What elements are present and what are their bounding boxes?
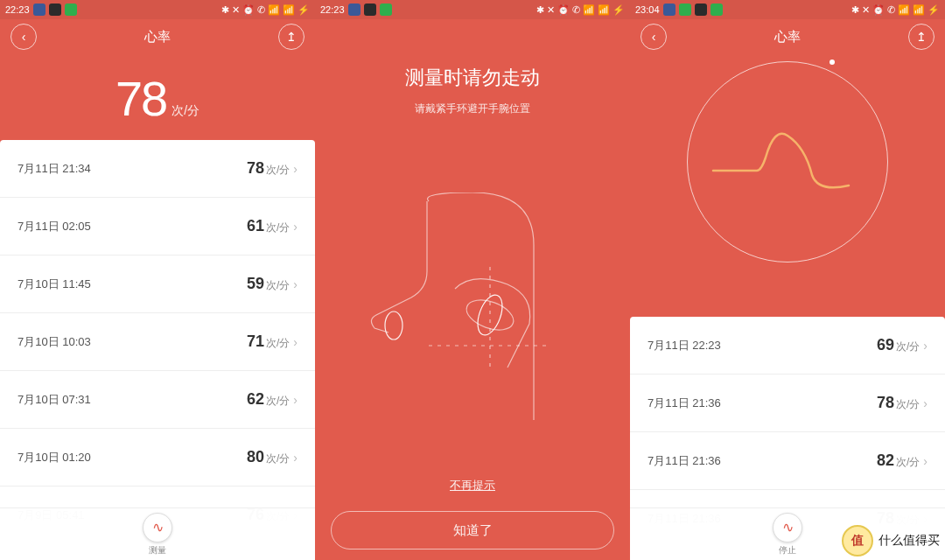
history-date: 7月10日 11:45 <box>18 276 91 292</box>
history-date: 7月11日 22:23 <box>648 338 721 354</box>
chevron-left-icon: ‹ <box>22 30 26 44</box>
wrist-band-illustration <box>359 192 586 420</box>
app-tray-icon <box>663 4 676 16</box>
history-list[interactable]: 7月11日 21:3478次/分›7月11日 02:0561次/分›7月10日 … <box>0 140 315 560</box>
app-tray-icon <box>380 4 392 16</box>
measurement-instruction-screen: 22:23 ✱ ✕ ⏰ ✆ 📶 📶 ⚡ 测量时请勿走动 请戴紧手环避开手腕位置 <box>315 0 630 560</box>
history-value: 78 <box>877 394 894 412</box>
history-value: 61 <box>247 217 264 235</box>
share-icon: ↥ <box>916 30 927 44</box>
history-unit: 次/分 <box>896 340 920 354</box>
chevron-right-icon: › <box>923 339 928 353</box>
history-unit: 次/分 <box>896 397 920 412</box>
history-row[interactable]: 7月11日 21:3478次/分› <box>0 140 315 198</box>
status-bar: 23:04 ✱ ✕ ⏰ ✆ 📶 📶 ⚡ <box>630 0 945 19</box>
history-unit: 次/分 <box>266 278 290 293</box>
history-date: 7月11日 21:36 <box>648 453 721 469</box>
back-button[interactable]: ‹ <box>10 24 37 50</box>
measure-label: 测量 <box>149 544 166 556</box>
history-row[interactable]: 7月11日 02:0561次/分› <box>0 198 315 256</box>
chevron-right-icon: › <box>293 451 298 465</box>
heart-rate-unit: 次/分 <box>172 103 200 119</box>
got-it-button[interactable]: 知道了 <box>331 511 614 550</box>
history-value: 80 <box>247 448 264 466</box>
chevron-left-icon: ‹ <box>652 30 656 44</box>
watermark-badge: 值 <box>842 525 873 556</box>
history-unit: 次/分 <box>896 455 920 470</box>
history-unit: 次/分 <box>266 452 290 466</box>
dont-show-again-link[interactable]: 不再提示 <box>315 478 630 494</box>
history-date: 7月11日 21:34 <box>18 161 91 177</box>
share-button[interactable]: ↥ <box>278 24 304 50</box>
status-time: 23:04 <box>635 4 660 15</box>
instruction-subtitle: 请戴紧手环避开手腕位置 <box>315 102 630 116</box>
pulse-wave-icon <box>709 122 866 201</box>
pulse-icon: ∿ <box>152 519 164 536</box>
pulse-ring <box>687 61 888 262</box>
history-unit: 次/分 <box>266 394 290 409</box>
watermark: 值 什么值得买 <box>842 525 940 556</box>
history-value: 69 <box>877 336 894 354</box>
chevron-right-icon: › <box>293 393 298 407</box>
history-value: 71 <box>247 332 264 351</box>
page-title: 心率 <box>774 29 801 46</box>
app-tray-icon <box>679 4 691 16</box>
app-tray-icon <box>710 4 723 16</box>
status-time: 22:23 <box>5 4 30 15</box>
app-tray-icon <box>695 4 707 16</box>
history-date: 7月11日 02:05 <box>18 219 91 234</box>
history-row[interactable]: 7月10日 07:3162次/分› <box>0 371 315 429</box>
history-date: 7月10日 07:31 <box>18 392 91 408</box>
back-button[interactable]: ‹ <box>640 24 667 50</box>
history-value: 59 <box>247 275 264 293</box>
status-indicators: ✱ ✕ ⏰ ✆ 📶 📶 ⚡ <box>851 4 940 16</box>
status-bar: 22:23 ✱ ✕ ⏰ ✆ 📶 📶 ⚡ <box>0 0 315 19</box>
chevron-right-icon: › <box>293 335 298 349</box>
history-row[interactable]: 7月10日 01:2080次/分› <box>0 429 315 486</box>
status-bar: 22:23 ✱ ✕ ⏰ ✆ 📶 📶 ⚡ <box>315 0 630 19</box>
chevron-right-icon: › <box>293 162 298 176</box>
history-row[interactable]: 7月11日 22:2369次/分› <box>630 317 945 374</box>
chevron-right-icon: › <box>293 277 298 291</box>
history-row[interactable]: 7月11日 21:3682次/分› <box>630 432 945 490</box>
history-row[interactable]: 7月10日 11:4559次/分› <box>0 256 315 313</box>
history-value: 82 <box>877 452 894 470</box>
history-row[interactable]: 7月10日 10:0371次/分› <box>0 313 315 371</box>
stop-button[interactable]: ∿ <box>773 513 802 542</box>
status-time: 22:23 <box>320 4 345 15</box>
history-unit: 次/分 <box>266 336 290 351</box>
share-icon: ↥ <box>286 30 297 44</box>
chevron-right-icon: › <box>923 454 928 468</box>
status-indicators: ✱ ✕ ⏰ ✆ 📶 📶 ⚡ <box>536 4 625 16</box>
chevron-right-icon: › <box>923 396 928 410</box>
page-title: 心率 <box>144 29 171 46</box>
history-date: 7月10日 01:20 <box>18 450 91 466</box>
bottom-bar: ∿ 测量 <box>0 508 315 560</box>
history-value: 78 <box>247 159 264 178</box>
app-tray-icon <box>33 4 46 16</box>
app-tray-icon <box>364 4 376 16</box>
history-unit: 次/分 <box>266 163 290 178</box>
app-tray-icon <box>348 4 360 16</box>
watermark-text: 什么值得买 <box>878 533 940 549</box>
history-row[interactable]: 7月11日 21:3678次/分› <box>630 374 945 432</box>
app-tray-icon <box>65 4 77 16</box>
heart-rate-screen-history: 22:23 ✱ ✕ ⏰ ✆ 📶 📶 ⚡ ‹ 心率 ↥ 78 次/分 7月11日 … <box>0 0 315 560</box>
history-date: 7月10日 10:03 <box>18 334 91 350</box>
current-heart-rate: 78 次/分 <box>0 54 315 142</box>
nav-bar: ‹ 心率 ↥ <box>0 19 315 54</box>
history-date: 7月11日 21:36 <box>648 396 721 411</box>
chevron-right-icon: › <box>293 220 298 234</box>
pulse-icon: ∿ <box>782 519 794 536</box>
share-button[interactable]: ↥ <box>908 24 934 50</box>
stop-label: 停止 <box>779 544 796 556</box>
instruction-title: 测量时请勿走动 <box>315 65 630 91</box>
history-unit: 次/分 <box>266 220 290 235</box>
status-indicators: ✱ ✕ ⏰ ✆ 📶 📶 ⚡ <box>221 4 310 16</box>
measure-button[interactable]: ∿ <box>143 513 172 542</box>
app-tray-icon <box>49 4 61 16</box>
history-value: 62 <box>247 390 264 409</box>
heart-rate-value: 78 <box>116 70 166 127</box>
nav-bar: ‹ 心率 ↥ <box>630 19 945 54</box>
heart-rate-screen-measuring: 23:04 ✱ ✕ ⏰ ✆ 📶 📶 ⚡ ‹ 心率 ↥ 7月11日 22:2369… <box>630 0 945 560</box>
